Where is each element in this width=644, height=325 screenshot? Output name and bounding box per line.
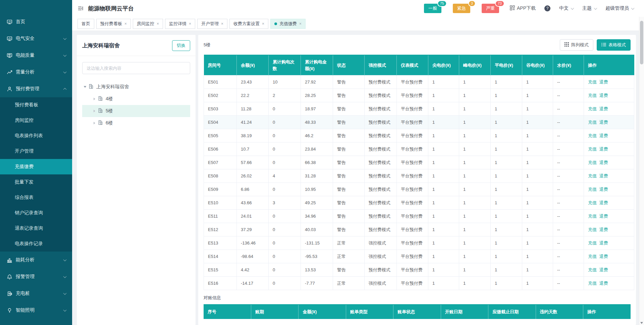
tree-node-root[interactable]: 上海安科瑞宿舍	[82, 81, 190, 93]
sidebar-item-电气安全[interactable]: 电气安全	[0, 30, 72, 47]
sidebar-subitem-退表记录查询[interactable]: 退表记录查询	[0, 221, 72, 236]
refund-link[interactable]: 退费	[599, 187, 608, 192]
table-row: E50123.431027.92警告预付费模式平台预付费1111--充值退费	[204, 75, 634, 89]
refund-link[interactable]: 退费	[599, 120, 608, 125]
sidebar-item-预付费管理[interactable]: 预付费管理	[0, 80, 72, 97]
tree-search-input[interactable]	[82, 62, 190, 74]
refund-link[interactable]: 退费	[599, 173, 608, 178]
building-title: 上海安科瑞宿舍	[82, 42, 120, 49]
app-download-link[interactable]: APP下载	[510, 5, 536, 11]
close-icon[interactable]: ×	[299, 21, 302, 26]
caret-collapsed-icon[interactable]	[94, 98, 95, 100]
refund-link[interactable]: 退费	[599, 160, 608, 165]
user-menu[interactable]: 超级管理员	[605, 5, 634, 11]
tree-node-5楼[interactable]: 5楼	[82, 105, 190, 117]
recharge-link[interactable]: 充值	[588, 200, 597, 205]
recharge-link[interactable]: 充值	[588, 93, 597, 98]
sidebar-subitem-综合报表[interactable]: 综合报表	[0, 190, 72, 205]
recharge-link[interactable]: 充值	[588, 106, 597, 111]
sidebar-item-首页[interactable]: 首页	[0, 13, 72, 30]
close-icon[interactable]: ×	[124, 21, 127, 26]
caret-expanded-icon[interactable]	[84, 86, 87, 88]
refund-link[interactable]: 退费	[599, 200, 608, 205]
refund-link[interactable]: 退费	[599, 254, 608, 259]
recharge-link[interactable]: 充值	[588, 173, 597, 178]
collapse-sidebar-icon[interactable]	[77, 5, 84, 11]
tab-开户管理[interactable]: 开户管理×	[197, 19, 227, 29]
tree-node-4楼[interactable]: 4楼	[82, 93, 190, 105]
refund-link[interactable]: 退费	[599, 106, 608, 111]
switch-building-button[interactable]: 切换	[172, 40, 190, 51]
recharge-link[interactable]: 充值	[588, 227, 597, 232]
sidebar-item-能耗分析[interactable]: 能耗分析	[0, 252, 72, 268]
tab-首页[interactable]: 首页	[77, 19, 94, 29]
recharge-link[interactable]: 充值	[588, 267, 597, 272]
cell-peak: 1	[459, 89, 491, 102]
recharge-link[interactable]: 充值	[588, 133, 597, 138]
alarm-badge-一般[interactable]: 一般75	[424, 4, 441, 13]
sidebar-item-需量分析[interactable]: 需量分析	[0, 64, 72, 80]
tab-监控详情[interactable]: 监控详情×	[165, 19, 195, 29]
sidebar-subitem-开户管理[interactable]: 开户管理	[0, 144, 72, 159]
table-mode-button[interactable]: 表格模式	[597, 39, 631, 51]
sidebar-subitem-批量下发[interactable]: 批量下发	[0, 174, 72, 190]
close-icon[interactable]: ×	[189, 21, 191, 26]
recharge-link[interactable]: 充值	[588, 214, 597, 219]
caret-collapsed-icon[interactable]	[94, 122, 95, 124]
tab-预付费看板[interactable]: 预付费看板×	[96, 19, 131, 29]
sidebar-subitem-销户记录查询[interactable]: 销户记录查询	[0, 205, 72, 221]
refund-link[interactable]: 退费	[599, 133, 608, 138]
refund-link[interactable]: 退费	[599, 147, 608, 152]
cell-purchase_amount: 13.53	[301, 263, 333, 277]
sidebar-subitem-房间监控[interactable]: 房间监控	[0, 113, 72, 128]
close-icon[interactable]: ×	[262, 21, 264, 26]
sidebar-item-智能照明[interactable]: 智能照明	[0, 302, 72, 319]
tree-node-6楼[interactable]: 6楼	[82, 117, 190, 129]
caret-collapsed-icon[interactable]	[94, 110, 95, 112]
language-select[interactable]: 中文	[559, 5, 574, 11]
refund-link[interactable]: 退费	[599, 79, 608, 85]
bill-column-header: 金额(¥)	[299, 305, 346, 319]
cell-status: 警告	[333, 196, 365, 210]
scroll-down-arrow[interactable]	[640, 322, 643, 324]
close-icon[interactable]: ×	[221, 21, 223, 26]
scrollbar-thumb[interactable]	[640, 21, 643, 64]
recharge-link[interactable]: 充值	[588, 120, 597, 125]
sidebar-subitem-电表操作列表[interactable]: 电表操作列表	[0, 128, 72, 144]
recharge-link[interactable]: 充值	[588, 147, 597, 152]
sidebar-subitem-充值缴费[interactable]: 充值缴费	[0, 159, 72, 174]
cell-status: 警告	[333, 143, 365, 156]
sidebar-item-报警管理[interactable]: 报警管理	[0, 268, 72, 285]
refund-link[interactable]: 退费	[599, 227, 608, 232]
tab-房间监控[interactable]: 房间监控×	[133, 19, 163, 29]
sidebar-subitem-电表操作记录[interactable]: 电表操作记录	[0, 236, 72, 252]
cell-status: 警告	[333, 116, 365, 129]
alarm-badge-严重[interactable]: 严重73	[482, 4, 499, 13]
close-icon[interactable]: ×	[157, 21, 159, 26]
recharge-link[interactable]: 充值	[588, 187, 597, 192]
alarm-badge-紧急[interactable]: 紧急3	[453, 4, 470, 13]
recharge-link[interactable]: 充值	[588, 254, 597, 259]
table-row: E513-136.460-131.15正常强控模式平台预付费1111--充值退费	[204, 236, 634, 250]
refund-link[interactable]: 退费	[599, 281, 608, 286]
tab-充值缴费[interactable]: 充值缴费×	[270, 19, 306, 29]
help-icon[interactable]: ?	[544, 5, 550, 11]
sidebar-item-充电桩[interactable]: 充电桩	[0, 285, 72, 302]
refund-link[interactable]: 退费	[599, 240, 608, 246]
recharge-link[interactable]: 充值	[588, 281, 597, 286]
recharge-link[interactable]: 充值	[588, 240, 597, 246]
cell-sharp: 1	[428, 116, 459, 129]
cell-actions: 充值退费	[584, 129, 634, 143]
recharge-link[interactable]: 充值	[588, 160, 597, 165]
sidebar-item-电能质量[interactable]: 电能质量	[0, 47, 72, 64]
vertical-scrollbar[interactable]	[639, 17, 644, 325]
theme-select[interactable]: 主题	[582, 5, 597, 11]
building-icon	[98, 108, 103, 114]
refund-link[interactable]: 退费	[599, 93, 608, 98]
refund-link[interactable]: 退费	[599, 267, 608, 272]
refund-link[interactable]: 退费	[599, 214, 608, 219]
grid-mode-button[interactable]: 阵列模式	[560, 39, 593, 51]
tab-收费方案设置[interactable]: 收费方案设置×	[229, 19, 268, 29]
sidebar-subitem-预付费看板[interactable]: 预付费看板	[0, 97, 72, 113]
recharge-link[interactable]: 充值	[588, 79, 597, 85]
